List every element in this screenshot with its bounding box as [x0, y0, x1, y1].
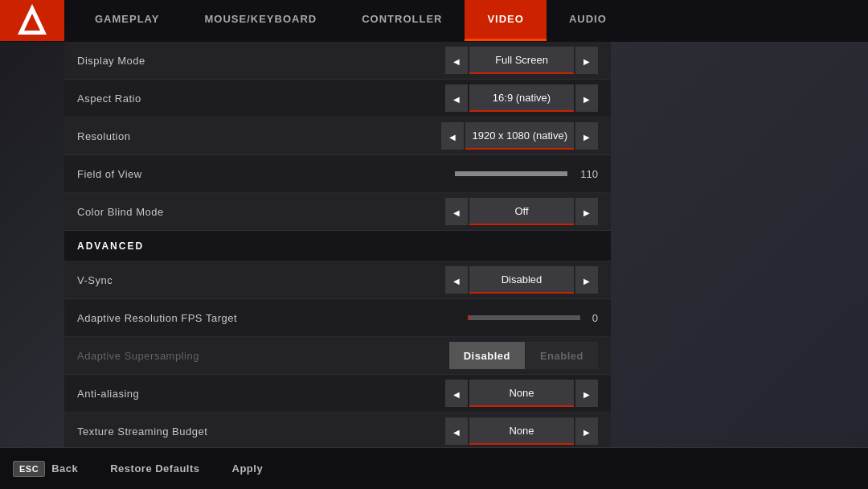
tab-mouse-keyboard[interactable]: MOUSE/KEYBOARD [182, 0, 339, 41]
top-navigation-bar: GAMEPLAY MOUSE/KEYBOARD CONTROLLER VIDEO… [0, 0, 868, 42]
fov-value: 110 [574, 168, 598, 180]
vsync-value: Disabled [469, 266, 574, 294]
display-mode-label: Display Mode [77, 55, 445, 67]
chevron-right-icon [583, 205, 590, 218]
color-blind-label: Color Blind Mode [77, 206, 445, 218]
chevron-left-icon [453, 273, 460, 286]
back-action[interactable]: ESC Back [13, 461, 78, 477]
vsync-next-button[interactable] [575, 266, 598, 294]
nav-tabs: GAMEPLAY MOUSE/KEYBOARD CONTROLLER VIDEO… [72, 0, 629, 40]
chevron-left-icon [453, 54, 460, 67]
chevron-left-icon [453, 205, 460, 218]
color-blind-control: Off [445, 198, 598, 225]
texture-streaming-row: Texture Streaming Budget None [64, 413, 611, 447]
adaptive-res-label: Adaptive Resolution FPS Target [77, 312, 338, 324]
apply-label: Apply [232, 462, 264, 475]
tab-gameplay[interactable]: GAMEPLAY [72, 0, 182, 41]
chevron-right-icon [583, 129, 590, 142]
anti-aliasing-value: None [469, 380, 574, 407]
adaptive-res-slider-fill [468, 315, 469, 320]
adaptive-supersampling-enabled-button[interactable]: Enabled [526, 342, 598, 369]
chevron-right-icon [583, 387, 590, 400]
tab-audio[interactable]: AUDIO [547, 0, 629, 41]
fov-slider-control: 110 [455, 168, 598, 180]
aspect-ratio-value: 16:9 (native) [469, 84, 574, 112]
chevron-right-icon [583, 54, 590, 67]
restore-defaults-label: Restore Defaults [110, 462, 199, 475]
esc-key-badge: ESC [13, 461, 45, 477]
adaptive-supersampling-label: Adaptive Supersampling [77, 350, 449, 362]
advanced-section-header: ADVANCED [64, 231, 611, 261]
resolution-prev-button[interactable] [441, 122, 464, 150]
texture-streaming-next-button[interactable] [575, 417, 598, 445]
chevron-right-icon [583, 425, 590, 438]
color-blind-prev-button[interactable] [445, 198, 468, 225]
apply-action[interactable]: Apply [232, 462, 264, 475]
advanced-section-label: ADVANCED [77, 240, 144, 252]
aspect-ratio-row: Aspect Ratio 16:9 (native) [64, 80, 611, 117]
vsync-control: Disabled [445, 266, 598, 294]
adaptive-res-control: 0 [338, 312, 598, 324]
adaptive-supersampling-toggle: Disabled Enabled [449, 342, 598, 369]
back-label: Back [51, 462, 78, 475]
adaptive-res-row: Adaptive Resolution FPS Target 0 [64, 299, 611, 337]
color-blind-row: Color Blind Mode Off [64, 193, 611, 231]
chevron-left-icon [449, 129, 456, 142]
color-blind-value: Off [469, 198, 574, 225]
adaptive-res-value: 0 [583, 312, 598, 324]
display-mode-row: Display Mode Full Screen [64, 42, 611, 80]
chevron-left-icon [453, 387, 460, 400]
anti-aliasing-control: None [445, 380, 598, 407]
anti-aliasing-label: Anti-aliasing [77, 388, 445, 400]
fov-row: Field of View 110 [64, 155, 611, 193]
anti-aliasing-prev-button[interactable] [445, 380, 468, 407]
vsync-label: V-Sync [77, 274, 445, 286]
aspect-ratio-label: Aspect Ratio [77, 92, 445, 105]
texture-streaming-control: None [445, 417, 598, 445]
fov-slider-track[interactable] [455, 171, 567, 176]
color-blind-next-button[interactable] [575, 198, 598, 225]
tab-video[interactable]: VIDEO [465, 0, 546, 41]
resolution-control: 1920 x 1080 (native) [441, 122, 598, 150]
display-mode-control: Full Screen [445, 47, 598, 74]
display-mode-prev-button[interactable] [445, 47, 468, 74]
chevron-right-icon [583, 92, 590, 105]
apex-logo [0, 0, 64, 41]
resolution-row: Resolution 1920 x 1080 (native) [64, 117, 611, 155]
aspect-ratio-next-button[interactable] [575, 84, 598, 112]
vsync-row: V-Sync Disabled [64, 261, 611, 299]
main-content: Display Mode Full Screen Aspect Ratio 16… [64, 42, 868, 447]
chevron-right-icon [583, 273, 590, 286]
adaptive-supersampling-row: Adaptive Supersampling Disabled Enabled [64, 337, 611, 375]
texture-streaming-value: None [469, 417, 574, 445]
fov-label: Field of View [77, 168, 455, 180]
chevron-left-icon [453, 92, 460, 105]
aspect-ratio-prev-button[interactable] [445, 84, 468, 112]
apex-logo-icon [16, 2, 48, 38]
fov-slider-fill [455, 171, 567, 176]
tab-controller[interactable]: CONTROLLER [339, 0, 465, 41]
display-mode-value: Full Screen [469, 47, 574, 74]
texture-streaming-label: Texture Streaming Budget [77, 425, 445, 438]
resolution-value: 1920 x 1080 (native) [465, 122, 574, 150]
texture-streaming-prev-button[interactable] [445, 417, 468, 445]
bottom-bar: ESC Back Restore Defaults Apply [0, 447, 868, 489]
settings-panel: Display Mode Full Screen Aspect Ratio 16… [64, 42, 611, 447]
adaptive-supersampling-disabled-button[interactable]: Disabled [449, 342, 525, 369]
restore-defaults-action[interactable]: Restore Defaults [110, 462, 199, 475]
right-side-area [611, 42, 868, 447]
anti-aliasing-next-button[interactable] [575, 380, 598, 407]
adaptive-res-slider-track[interactable] [468, 315, 580, 320]
display-mode-next-button[interactable] [575, 47, 598, 74]
vsync-prev-button[interactable] [445, 266, 468, 294]
aspect-ratio-control: 16:9 (native) [445, 84, 598, 112]
chevron-left-icon [453, 425, 460, 438]
resolution-next-button[interactable] [575, 122, 598, 150]
resolution-label: Resolution [77, 130, 441, 142]
anti-aliasing-row: Anti-aliasing None [64, 375, 611, 413]
